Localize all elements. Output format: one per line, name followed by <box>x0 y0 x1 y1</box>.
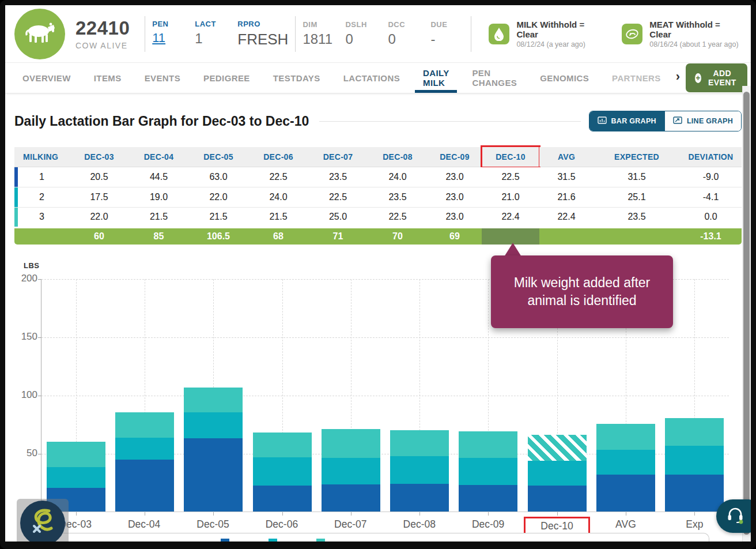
scrollbar-thumb[interactable] <box>743 92 750 535</box>
row-accent <box>14 167 18 187</box>
bar-segment-milking-3 <box>390 430 449 457</box>
stacked-bar-dec-05[interactable] <box>184 388 243 512</box>
total-cell <box>539 227 594 245</box>
value-cell: 22.5 <box>368 207 428 227</box>
cow-avatar <box>14 9 65 59</box>
withhold-text: MILK Withhold = Clear08/12/24 (a year ag… <box>516 20 607 48</box>
x-label-text: AVG <box>612 517 640 532</box>
tab-testdays[interactable]: TESTDAYS <box>265 63 328 93</box>
bar-graph-label: BAR GRAPH <box>611 117 656 125</box>
milking-number-cell: 3 <box>14 207 69 227</box>
x-label-text: Dec-08 <box>400 517 439 532</box>
withhold-status: MILK Withhold = Clear08/12/24 (a year ag… <box>489 20 607 48</box>
bar-group-dec-04 <box>110 279 179 512</box>
value-cell: 22.0 <box>69 207 129 227</box>
swirl-logo-icon <box>26 505 59 541</box>
tooltip-arrow <box>504 243 521 257</box>
tab-pedigree[interactable]: PEDIGREE <box>195 63 258 93</box>
column-header-avg: AVG <box>539 147 594 167</box>
stat-value: 1811 <box>303 31 336 47</box>
stat-label: PEN <box>152 20 186 28</box>
stat-value[interactable]: 11 <box>152 31 186 46</box>
row-accent <box>14 208 18 227</box>
legend-swatch-1 <box>221 539 229 542</box>
stacked-bar-dec-04[interactable] <box>115 412 174 512</box>
headset-icon <box>725 506 745 527</box>
line-graph-button[interactable]: LINE GRAPH <box>664 111 741 131</box>
column-header-dec-05: DEC-05 <box>188 147 248 167</box>
stacked-bar-dec-09[interactable] <box>459 431 517 512</box>
add-event-label: ADD EVENT <box>706 69 738 87</box>
tab-daily-milk[interactable]: DAILY MILK <box>415 63 457 93</box>
tab-partners[interactable]: PARTNERS <box>604 63 669 93</box>
tab-items[interactable]: ITEMS <box>86 63 130 93</box>
more-actions-button[interactable]: ••• <box>753 68 756 88</box>
bar-graph-button[interactable]: BAR GRAPH <box>589 111 664 131</box>
bar-segment-milking-1 <box>528 486 587 512</box>
value-cell: 23.5 <box>594 207 680 227</box>
tabs-overflow-chevron-icon[interactable]: › <box>676 69 680 84</box>
logo-circle <box>20 501 65 546</box>
column-header-dec-10: DEC-10 <box>482 147 539 167</box>
bar-segment-milking-3 <box>596 424 655 450</box>
stat-value: 1 <box>195 31 228 47</box>
stacked-bar-exp[interactable] <box>665 418 724 512</box>
stat-value: 0 <box>345 31 379 47</box>
total-cell: 85 <box>129 227 188 245</box>
divider <box>295 16 296 52</box>
support-chat-button[interactable] <box>716 499 754 533</box>
tab-overview[interactable]: OVERVIEW <box>14 63 79 93</box>
column-header-dec-09: DEC-09 <box>428 147 482 167</box>
stat-rpro: RPROFRESH <box>233 20 293 48</box>
vertical-scrollbar[interactable] <box>742 86 751 542</box>
row-accent <box>14 187 18 207</box>
bar-group-dec-08 <box>385 279 453 512</box>
bar-segment-milking-1 <box>253 486 312 512</box>
legend-swatch-3 <box>316 539 325 542</box>
column-header-expected: EXPECTED <box>594 147 680 167</box>
bar-segment-milking-2 <box>47 467 105 487</box>
stat-label: DUE <box>430 20 464 29</box>
tab-lactations[interactable]: LACTATIONS <box>335 63 408 93</box>
bar-group-dec-05 <box>179 279 248 512</box>
table-header-row: MILKINGDEC-03DEC-04DEC-05DEC-06DEC-07DEC… <box>14 147 742 167</box>
stacked-bar-dec-07[interactable] <box>322 429 380 512</box>
stacked-bar-dec-08[interactable] <box>390 430 449 512</box>
daily-milk-panel: Daily Lactation Bar Graph for Dec-03 to … <box>5 110 751 549</box>
value-cell: 23.0 <box>428 207 482 227</box>
stacked-bar-avg[interactable] <box>596 424 655 512</box>
bar-segment-milking-2 <box>459 458 517 485</box>
bar-segment-milking-1 <box>115 460 174 512</box>
withhold-statuses: MILK Withhold = Clear08/12/24 (a year ag… <box>489 20 743 48</box>
value-cell: 20.5 <box>69 167 129 187</box>
table-totals-row: 6085106.568717069-13.1 <box>14 227 742 245</box>
add-event-button[interactable]: + ADD EVENT <box>686 63 747 92</box>
tab-pen-changes[interactable]: PEN CHANGES <box>464 63 525 93</box>
tab-genomics[interactable]: GENOMICS <box>532 63 597 93</box>
withhold-status: MEAT Withhold = Clear08/16/24 (about 1 y… <box>622 20 743 48</box>
stat-value: - <box>430 31 464 47</box>
total-cell: 68 <box>248 227 308 245</box>
value-cell: 22.5 <box>482 167 539 187</box>
stacked-bar-dec-06[interactable] <box>253 433 312 512</box>
column-header-dec-07: DEC-07 <box>308 147 368 167</box>
bar-segment-milking-3 <box>459 431 517 458</box>
value-cell: 21.5 <box>248 207 308 227</box>
column-header-dec-03: DEC-03 <box>69 147 129 167</box>
bar-segment-milking-3 <box>322 429 380 458</box>
extension-logo-badge[interactable] <box>17 499 69 547</box>
bar-segment-milking-3 <box>184 388 243 412</box>
bar-group-dec-07 <box>316 279 385 512</box>
value-cell: 63.0 <box>188 167 248 187</box>
bar-segment-milking-2 <box>115 438 174 460</box>
bar-segment-milking-1 <box>184 438 243 512</box>
bar-segment-milking-2 <box>253 457 312 486</box>
milking-table: MILKINGDEC-03DEC-04DEC-05DEC-06DEC-07DEC… <box>14 147 742 245</box>
bar-segment-milking-3 <box>253 433 312 457</box>
tab-events[interactable]: EVENTS <box>137 63 188 93</box>
stat-dim: DIM1811 <box>298 20 341 47</box>
legend-swatch-2 <box>269 539 277 542</box>
stacked-bar-dec-10[interactable] <box>528 435 587 512</box>
milking-number-cell: 1 <box>14 167 69 187</box>
withhold-title: MEAT Withhold = Clear <box>649 20 743 39</box>
